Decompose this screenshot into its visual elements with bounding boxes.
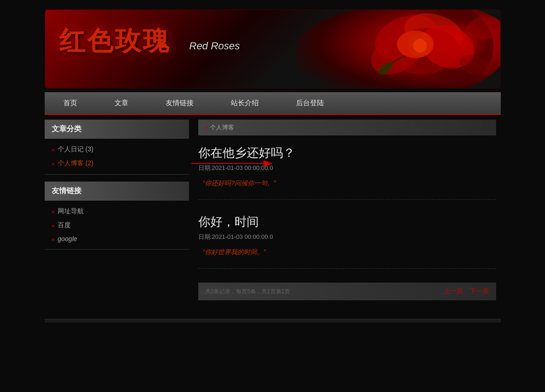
breadcrumb-link[interactable]: 个人博客 xyxy=(210,124,234,131)
nav-link-about[interactable]: 站长介绍 xyxy=(212,92,277,114)
nav-item-about[interactable]: 站长介绍 xyxy=(212,92,277,114)
category-link-blog[interactable]: 个人博客 (2) xyxy=(58,159,94,168)
link-url-nav[interactable]: 网址导航 xyxy=(58,207,84,216)
pagination-info: 共2条记录，每页5条，共1页第1页 xyxy=(205,288,290,296)
link-url-google[interactable]: google xyxy=(58,235,77,243)
pagination-bar: 共2条记录，每页5条，共1页第1页 上一页 下一页 xyxy=(198,283,496,300)
article-link-1[interactable]: 你在他乡还好吗？ xyxy=(198,146,295,160)
breadcrumb-bar: 个人博客 xyxy=(198,120,496,135)
content-area: 个人博客 你在他乡还好吗？ 日期:2021-01-03 00:00:00.0 “… xyxy=(189,120,501,310)
nav-item-admin[interactable]: 后台登陆 xyxy=(277,92,343,114)
article-excerpt-1: “你还好吗?问候你一句。” xyxy=(198,177,496,190)
nav-link-article[interactable]: 文章 xyxy=(96,92,147,114)
nav-link-admin[interactable]: 后台登陆 xyxy=(277,92,343,114)
nav-item-article[interactable]: 文章 xyxy=(96,92,147,114)
link-item-nav[interactable]: 网址导航 xyxy=(45,204,189,218)
links-title: 友情链接 xyxy=(45,182,189,201)
link-item-baidu[interactable]: 百度 xyxy=(45,218,189,232)
article-title-2: 你好，时间 xyxy=(198,214,496,230)
site-header: 红色玫瑰 Red Roses xyxy=(45,9,501,88)
nav-link-links[interactable]: 友情链接 xyxy=(147,92,212,114)
nav-link-home[interactable]: 首页 xyxy=(45,92,96,114)
main-nav: 首页 文章 友情链接 站长介绍 后台登陆 xyxy=(45,92,501,115)
nav-item-links[interactable]: 友情链接 xyxy=(147,92,212,114)
article-item-1: 你在他乡还好吗？ 日期:2021-01-03 00:00:00.0 “你还好吗?… xyxy=(198,145,496,200)
categories-list: 个人日记 (3) 个人博客 (2) xyxy=(45,139,189,175)
article-item-2: 你好，时间 日期:2021-01-03 00:00:00.0 “你好世界我的时间… xyxy=(198,214,496,269)
article-excerpt-2: “你好世界我的时间。” xyxy=(198,246,496,259)
category-item-diary[interactable]: 个人日记 (3) xyxy=(45,142,189,156)
category-item-blog[interactable]: 个人博客 (2) xyxy=(45,156,189,170)
pagination-links: 上一页 下一页 xyxy=(439,287,489,296)
main-content: 文章分类 个人日记 (3) 个人博客 (2) 友情链接 网址导航 百度 xyxy=(45,115,501,310)
site-title-chinese: 红色玫瑰 xyxy=(59,24,171,59)
categories-title: 文章分类 xyxy=(45,120,189,139)
site-title-english: Red Roses xyxy=(189,40,240,52)
article-title-1: 你在他乡还好吗？ xyxy=(198,145,496,161)
prev-page-link[interactable]: 上一页 xyxy=(444,287,463,295)
link-url-baidu[interactable]: 百度 xyxy=(58,221,71,230)
next-page-link[interactable]: 下一页 xyxy=(470,287,489,295)
site-footer xyxy=(45,319,501,323)
category-link-diary[interactable]: 个人日记 (3) xyxy=(58,145,94,154)
link-item-google[interactable]: google xyxy=(45,232,189,245)
nav-item-home[interactable]: 首页 xyxy=(45,92,96,114)
sidebar: 文章分类 个人日记 (3) 个人博客 (2) 友情链接 网址导航 百度 xyxy=(45,120,189,310)
links-list: 网址导航 百度 google xyxy=(45,201,189,250)
article-date-2: 日期:2021-01-03 00:00:00.0 xyxy=(198,233,496,241)
article-link-2[interactable]: 你好，时间 xyxy=(198,215,259,229)
svg-point-8 xyxy=(413,39,427,53)
article-date-1: 日期:2021-01-03 00:00:00.0 xyxy=(198,164,496,172)
